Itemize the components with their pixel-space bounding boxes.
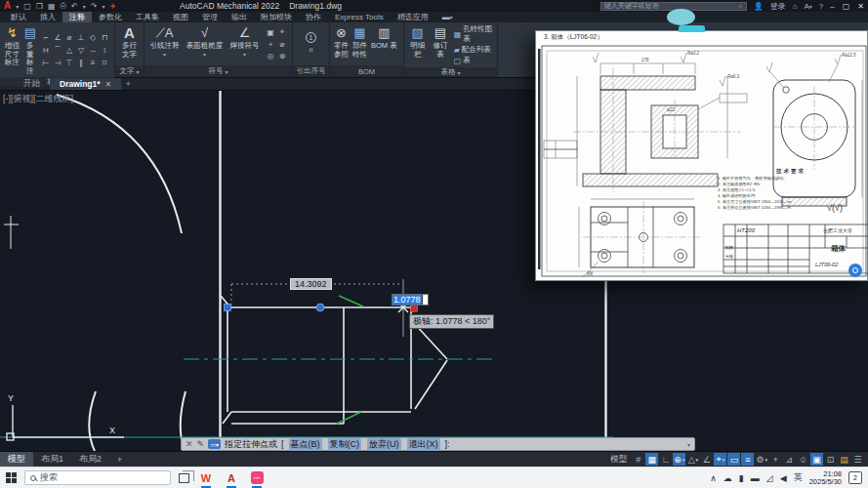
undo-icon[interactable]: ↶ [71, 2, 78, 11]
cloud-icon[interactable]: ☁ [723, 473, 732, 483]
dim-tool-icon[interactable]: ⌒ [54, 45, 62, 56]
tab-addins[interactable]: 附加模块 [254, 12, 299, 22]
tab-express-tools[interactable]: Express Tools [328, 12, 391, 22]
file-tab-start[interactable]: 开始 [14, 78, 50, 90]
tab-annotate[interactable]: 注释 [62, 12, 92, 22]
tab-default[interactable]: 默认 [4, 12, 33, 22]
app-store-icon[interactable]: ⌂ [793, 2, 798, 11]
add-icon[interactable]: + [769, 453, 782, 466]
panel-label-table[interactable]: 表格▾ [404, 67, 497, 77]
dim-tool-icon[interactable]: ∥ [79, 59, 83, 67]
leader-note-button[interactable]: ⟋A 引线注释▾ [148, 24, 181, 63]
multiple-dimension-button[interactable]: ▤ 多重标注 [24, 24, 36, 75]
symbol-tool-icon[interactable]: ⊕ [279, 52, 286, 61]
close-button[interactable]: ✕ [857, 2, 864, 11]
osnap-icon[interactable]: ⌖▾ [714, 453, 726, 466]
part-reference-button[interactable]: ⊗ 零件参照 [334, 24, 349, 63]
parts-list-button[interactable]: ▧ 明细栏 [408, 24, 427, 65]
tab-insert[interactable]: 插入 [33, 12, 62, 22]
balloon-list-icon[interactable]: ⌗ [309, 46, 313, 56]
annotation-visibility-icon[interactable]: ☺ [797, 453, 809, 466]
tab-manage[interactable]: 管理 [195, 12, 225, 22]
redo-dropdown-icon[interactable]: ▾ [102, 3, 104, 10]
dim-tool-icon[interactable]: ↔ [89, 46, 97, 55]
command-option-undo[interactable]: 放弃(U) [367, 438, 401, 451]
dim-tool-icon[interactable]: ⊓ [102, 33, 107, 42]
dim-tool-icon[interactable]: ◇ [90, 33, 96, 42]
layout-tab-model[interactable]: 模型 [0, 452, 33, 467]
taskbar-clock[interactable]: 21:08 2025/5/30 [809, 470, 842, 486]
hole-chart-button[interactable]: ▦孔特性图表 [454, 24, 493, 44]
open-icon[interactable]: ❒ [36, 2, 43, 11]
ime-indicator[interactable]: 英 [794, 471, 803, 484]
bom-table-button[interactable]: ▥ BOM 表 [371, 24, 397, 63]
command-close-icon[interactable]: ✕ [186, 439, 193, 449]
panel-label-balloon[interactable]: 引出序号 [293, 65, 329, 77]
layout-tab-layout2[interactable]: 布局2 [71, 452, 109, 467]
otrack-icon[interactable]: ∠ [700, 453, 713, 466]
tab-parametric[interactable]: 参数化 [92, 12, 129, 22]
task-view-icon[interactable] [179, 473, 189, 483]
battery-icon[interactable]: ▬ [751, 473, 760, 483]
search-icon[interactable]: ⌕ [739, 2, 743, 10]
symbol-tool-icon[interactable]: + [269, 40, 273, 49]
fits-list-button[interactable]: ▰配合列表 [454, 45, 493, 55]
revision-list-button[interactable]: ▤ 修订表 [431, 24, 449, 65]
close-tab-icon[interactable]: ✕ [105, 80, 112, 89]
command-history-icon[interactable]: ▾ [687, 441, 690, 448]
tab-collaborate[interactable]: 协作 [299, 12, 328, 22]
command-option-exit[interactable]: 退出(X) [407, 438, 440, 451]
symbol-tool-icon[interactable]: ⌀ [280, 40, 285, 49]
dim-tool-icon[interactable]: ▽ [78, 46, 84, 55]
command-icon[interactable]: ▭▾ [208, 439, 221, 449]
balloon-icon[interactable]: 1 [306, 32, 316, 43]
new-tab-button[interactable]: + [121, 78, 135, 90]
hidden-icons-icon[interactable]: ∧ [710, 473, 717, 483]
command-customize-icon[interactable]: ✎ [197, 439, 205, 449]
undo-dropdown-icon[interactable]: ▾ [83, 3, 86, 10]
panel-label-text[interactable]: 文字▾ [115, 65, 144, 77]
isolate-icon[interactable]: ▤ [838, 453, 850, 466]
dim-tool-icon[interactable]: ∠ [54, 33, 61, 42]
dim-tool-icon[interactable]: ≡ [91, 59, 96, 67]
user-icon[interactable]: 👤 [754, 2, 764, 11]
dim-tool-icon[interactable]: ↕ [103, 46, 106, 55]
dim-tool-icon[interactable]: ⊣ [55, 59, 62, 67]
annotation-monitor-icon[interactable]: ⊡ [824, 453, 837, 466]
dim-tool-icon[interactable]: ⊥ [78, 33, 85, 42]
minimize-button[interactable]: – [830, 2, 834, 11]
command-option-base[interactable]: 基点(B) [289, 438, 322, 451]
model-space-toggle[interactable]: 模型 [610, 454, 627, 466]
taskbar-app-wps[interactable]: W [197, 468, 215, 488]
fullscreen-icon[interactable]: ☰ [851, 453, 864, 466]
annotation-scale-icon[interactable]: ⊿ [783, 453, 796, 466]
command-option-copy[interactable]: 复制(C) [328, 438, 362, 451]
panel-label-symbol[interactable]: 符号▾ [145, 65, 292, 77]
table-button[interactable]: ▢表 [454, 56, 493, 65]
reference-image-overlay[interactable]: 3. 箱体（LJT06-02） [535, 30, 868, 281]
weld-symbol-button[interactable]: ∠ 焊接符号▾ [228, 24, 261, 63]
taskbar-app-pink[interactable]: ⋯ [248, 468, 266, 488]
usb-icon[interactable]: ▮ [739, 473, 744, 483]
dynamic-input-icon[interactable]: ≡ [741, 453, 754, 466]
signin-button[interactable]: 登录 [770, 1, 786, 12]
overlay-handle[interactable] [679, 25, 705, 32]
dim-tool-icon[interactable]: ⌑ [103, 59, 106, 67]
isometric-icon[interactable]: △▾ [686, 453, 699, 466]
component-properties-button[interactable]: ▦ 部件特性 [352, 24, 367, 63]
dim-tool-icon[interactable]: H [43, 46, 49, 55]
autocad-logo-icon[interactable]: A [4, 1, 11, 11]
settings-icon[interactable]: ⚙▾ [755, 453, 768, 466]
grip-hot[interactable] [411, 305, 418, 312]
network-icon[interactable]: ◿ [766, 473, 773, 483]
ucs-icon[interactable] [7, 405, 124, 440]
lineweight-icon[interactable]: ▭ [727, 453, 740, 466]
dim-tool-icon[interactable]: △ [66, 46, 72, 55]
surface-texture-button[interactable]: √ 表面粗糙度▾ [185, 24, 225, 63]
grip-endpoint[interactable] [225, 305, 231, 311]
snap-icon[interactable]: ▦ [645, 453, 658, 466]
power-dimension-button[interactable]: ↯ 增强尺寸标注 [4, 24, 21, 75]
dim-tool-icon[interactable]: ⊢ [43, 59, 50, 67]
new-icon[interactable]: ▢ [23, 2, 31, 11]
grip-midpoint[interactable] [316, 304, 324, 311]
